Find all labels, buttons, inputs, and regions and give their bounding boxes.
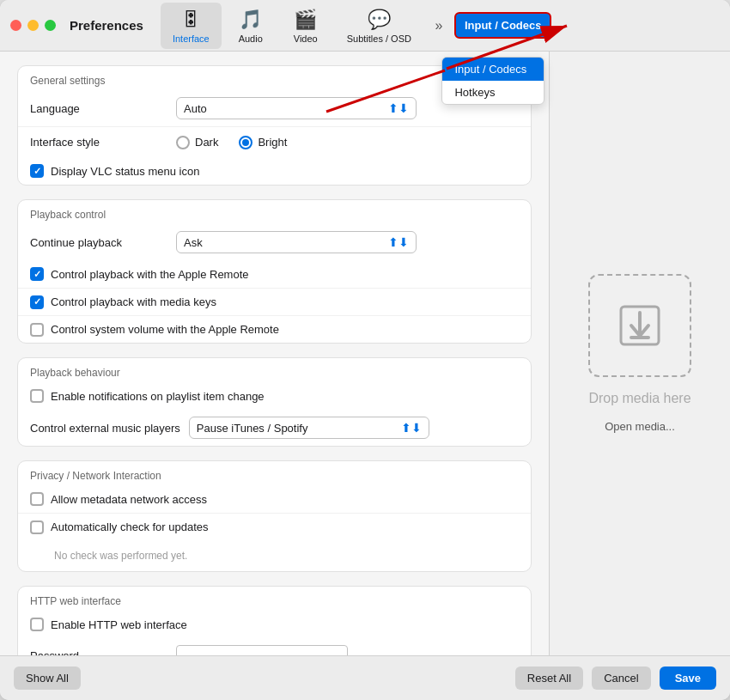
bottom-right-buttons: Reset All Cancel Save [515,667,716,690]
apple-remote-checkbox[interactable] [30,267,44,281]
continue-playback-select[interactable]: Ask ⬆⬇ [176,231,417,253]
music-players-row: Control external music players Pause iTu… [18,410,531,446]
overflow-button[interactable]: » [427,14,451,38]
vlc-status-icon-checkbox[interactable] [30,164,44,178]
password-input[interactable] [176,645,348,655]
music-players-select[interactable]: Pause iTunes / Spotify ⬆⬇ [189,417,429,439]
open-media-button[interactable]: Open media... [605,420,675,433]
tab-audio[interactable]: 🎵 Audio [225,3,277,49]
privacy-header: Privacy / Network Interaction [18,461,531,485]
apple-remote-label: Control playback with the Apple Remote [51,268,249,281]
save-button[interactable]: Save [660,667,716,690]
drop-panel: Drop media here Open media... [550,52,730,655]
input-codecs-dropdown: Input / Codecs Hotkeys [441,57,544,105]
audio-icon: 🎵 [239,8,263,32]
check-updates-checkbox[interactable] [30,520,44,534]
interface-style-label: Interface style [30,136,167,149]
music-players-select-arrow: ⬆⬇ [401,421,422,435]
system-volume-row[interactable]: Control system volume with the Apple Rem… [18,315,531,343]
updates-hint: No check was performed yet. [30,550,187,562]
music-players-value: Pause iTunes / Spotify [197,422,308,435]
radio-bright-inner [242,139,249,146]
tab-subtitles[interactable]: 💬 Subtitles / OSD [335,3,423,49]
vlc-status-icon-label: Display VLC status menu icon [51,165,199,178]
window-title: Preferences [70,18,143,33]
toolbar-tabs: 🎛 Interface 🎵 Audio 🎬 Video 💬 Subtitles … [161,3,720,49]
notifications-row[interactable]: Enable notifications on playlist item ch… [18,382,531,410]
subtitles-icon: 💬 [367,8,391,32]
system-volume-label: Control system volume with the Apple Rem… [51,323,279,336]
reset-all-button[interactable]: Reset All [515,667,583,690]
minimize-button[interactable] [27,20,39,31]
radio-dark[interactable]: Dark [176,136,218,149]
metadata-access-checkbox[interactable] [30,492,44,506]
radio-bright-outer [239,136,252,149]
playback-behaviour-group: Playback behaviour Enable notifications … [17,357,532,447]
dropdown-item-input-codecs[interactable]: Input / Codecs [442,58,544,81]
language-select-arrow: ⬆⬇ [388,101,409,115]
notifications-checkbox[interactable] [30,389,44,403]
maximize-button[interactable] [45,20,56,31]
http-enable-row[interactable]: Enable HTTP web interface [18,611,531,638]
language-select[interactable]: Auto ⬆⬇ [176,97,417,119]
tab-video[interactable]: 🎬 Video [280,3,332,49]
media-keys-label: Control playback with media keys [51,295,216,308]
radio-dark-label: Dark [195,136,218,149]
interface-style-radio-group: Dark Bright [176,136,287,149]
radio-dark-outer [176,136,190,149]
notifications-label: Enable notifications on playlist item ch… [51,390,265,403]
continue-playback-row: Continue playback Ask ⬆⬇ [18,224,531,260]
close-button[interactable] [10,20,21,31]
titlebar: Preferences 🎛 Interface 🎵 Audio 🎬 Video … [0,0,730,52]
continue-playback-select-arrow: ⬆⬇ [388,235,409,249]
tab-interface[interactable]: 🎛 Interface [161,3,222,49]
input-codecs-button[interactable]: Input / Codecs [454,12,552,39]
radio-bright[interactable]: Bright [239,136,287,149]
playback-control-group: Playback control Continue playback Ask ⬆… [17,199,532,344]
check-updates-row[interactable]: Automatically check for updates [18,513,531,540]
http-enable-label: Enable HTTP web interface [51,618,187,631]
continue-playback-label: Continue playback [30,236,167,249]
check-updates-label: Automatically check for updates [51,520,209,533]
language-value: Auto [184,102,207,115]
apple-remote-row[interactable]: Control playback with the Apple Remote [18,260,531,288]
show-all-button[interactable]: Show All [14,667,81,690]
updates-hint-row: No check was performed yet. [18,540,531,571]
music-players-label: Control external music players [30,422,180,435]
download-icon [614,300,666,351]
cancel-button[interactable]: Cancel [592,667,650,690]
interface-icon: 🎛 [179,8,203,32]
bottom-bar: Show All Reset All Cancel Save [0,655,730,700]
playback-control-header: Playback control [18,200,531,224]
language-label: Language [30,102,167,115]
password-row: Password [18,638,531,655]
continue-playback-value: Ask [184,236,203,249]
http-web-group: HTTP web interface Enable HTTP web inter… [17,586,532,655]
window-controls [10,20,56,31]
http-enable-checkbox[interactable] [30,618,44,631]
system-volume-checkbox[interactable] [30,323,44,337]
media-keys-row[interactable]: Control playback with media keys [18,288,531,315]
password-label: Password [30,649,167,656]
main-content: General settings Language Auto ⬆⬇ Interf… [0,52,730,655]
metadata-access-label: Allow metadata network access [51,493,207,506]
interface-style-row: Interface style Dark Bright [18,126,531,157]
drop-zone[interactable] [588,274,691,377]
video-icon: 🎬 [294,8,318,32]
dropdown-item-hotkeys[interactable]: Hotkeys [442,81,544,104]
drop-media-text: Drop media here [588,391,690,406]
privacy-group: Privacy / Network Interaction Allow meta… [17,460,532,572]
media-keys-checkbox[interactable] [30,295,44,309]
settings-panel: General settings Language Auto ⬆⬇ Interf… [0,52,550,655]
vlc-status-icon-row[interactable]: Display VLC status menu icon [18,157,531,185]
http-web-header: HTTP web interface [18,587,531,611]
metadata-access-row[interactable]: Allow metadata network access [18,485,531,513]
radio-bright-label: Bright [258,136,287,149]
playback-behaviour-header: Playback behaviour [18,358,531,382]
